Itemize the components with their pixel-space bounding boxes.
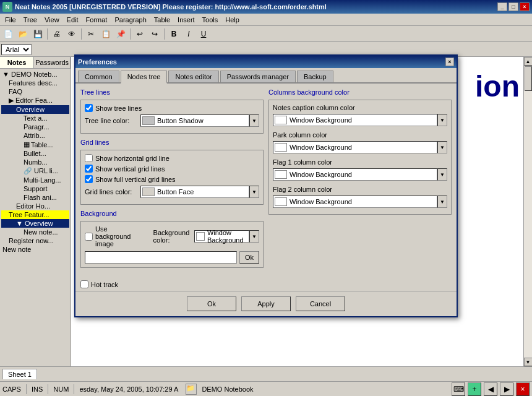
show-vertical-row: Show vertical grid lines <box>85 165 259 173</box>
tree-lines-title: Tree lines <box>80 88 264 96</box>
tree-line-color-label: Tree line color: <box>85 117 140 124</box>
dialog-body: Tree lines Show tree lines Tree line col… <box>75 84 457 278</box>
tab-notes-editor[interactable]: Notes editor <box>168 71 218 82</box>
grid-lines-title: Grid lines <box>80 139 264 146</box>
grid-lines-color-label: Grid lines color: <box>85 188 140 196</box>
park-column-label: Park column color <box>273 131 447 139</box>
tree-line-color-select-wrapper: Button Shadow ▼ <box>140 114 259 127</box>
notes-caption-label: Notes caption column color <box>273 104 447 111</box>
notes-caption-arrow[interactable]: ▼ <box>437 114 447 126</box>
tab-passwords-manager[interactable]: Passwords manager <box>220 71 296 82</box>
tree-line-color-select[interactable]: Button Shadow <box>140 114 249 127</box>
bg-color-value: Window Background <box>207 229 247 244</box>
grid-lines-color-swatch <box>142 187 155 196</box>
dialog-title-text: Preferences <box>78 58 117 66</box>
show-horizontal-row: Show horizontal grid line <box>85 154 259 162</box>
background-title: Background <box>80 210 264 217</box>
hot-track-checkbox[interactable] <box>80 280 88 288</box>
dialog-close-button[interactable]: × <box>445 58 454 66</box>
show-vertical-checkbox[interactable] <box>85 165 93 173</box>
columns-section: Notes caption column color Window Backgr… <box>268 100 452 215</box>
show-tree-lines-label: Show tree lines <box>95 105 142 112</box>
tree-line-color-row: Tree line color: Button Shadow ▼ <box>85 114 259 127</box>
use-bg-image-row: Use background image <box>85 225 136 248</box>
park-column-row: Window Background ▼ <box>273 141 447 153</box>
flag2-column-select[interactable]: Window Background <box>273 196 437 208</box>
park-column-value: Window Background <box>290 144 352 151</box>
tree-line-color-value: Button Shadow <box>157 117 204 124</box>
bg-color-select[interactable]: Window Background <box>194 230 249 243</box>
flag2-column-label: Flag 2 column color <box>273 186 447 193</box>
tree-line-color-arrow[interactable]: ▼ <box>249 114 259 127</box>
grid-lines-section: Show horizontal grid line Show vertical … <box>80 150 264 205</box>
show-horizontal-checkbox[interactable] <box>85 154 93 162</box>
flag1-column-label: Flag 1 column color <box>273 158 447 166</box>
right-column: Columns background color Notes caption c… <box>268 88 452 273</box>
park-column-arrow[interactable]: ▼ <box>437 141 447 153</box>
background-section: Use background image Background color: W… <box>80 221 264 268</box>
notes-caption-select-wrapper: Window Background ▼ <box>273 114 447 126</box>
notes-caption-swatch <box>275 116 287 124</box>
browse-button[interactable]: Ok <box>239 251 259 264</box>
show-full-vertical-row: Show full vertical grid lines <box>85 175 259 183</box>
bg-color-select-wrapper: Window Background ▼ <box>194 230 259 243</box>
use-bg-image-checkbox[interactable] <box>85 233 93 241</box>
flag2-column-arrow[interactable]: ▼ <box>437 196 447 208</box>
flag1-column-select[interactable]: Window Background <box>273 168 437 181</box>
tab-nodes-tree[interactable]: Nodes tree <box>121 71 168 84</box>
park-column-swatch <box>275 143 287 152</box>
park-column-select-wrapper: Window Background ▼ <box>273 141 447 153</box>
show-full-vertical-checkbox[interactable] <box>85 175 93 183</box>
ok-button[interactable]: Ok <box>187 296 236 311</box>
bg-row: Use background image Background color: W… <box>85 225 259 248</box>
dialog-buttons: Ok Apply Cancel <box>75 291 457 316</box>
apply-button[interactable]: Apply <box>241 296 291 311</box>
tab-common[interactable]: Common <box>78 71 119 82</box>
show-vertical-label: Show vertical grid lines <box>95 165 165 173</box>
bg-color-swatch <box>196 232 205 241</box>
flag2-column-swatch <box>275 197 287 206</box>
tree-line-color-swatch <box>142 116 155 125</box>
notes-caption-row: Window Background ▼ <box>273 114 447 126</box>
bg-color-arrow[interactable]: ▼ <box>249 230 259 243</box>
flag1-column-value: Window Background <box>290 171 352 178</box>
flag2-column-value: Window Background <box>290 198 352 205</box>
flag2-column-row: Window Background ▼ <box>273 196 447 208</box>
grid-lines-color-select[interactable]: Button Face <box>140 186 249 198</box>
bg-color-label: Background color: <box>153 229 190 244</box>
show-full-vertical-label: Show full vertical grid lines <box>95 176 176 183</box>
flag1-column-select-wrapper: Window Background ▼ <box>273 168 447 181</box>
flag1-column-arrow[interactable]: ▼ <box>437 168 447 181</box>
tab-backup[interactable]: Backup <box>297 71 333 82</box>
park-column-select[interactable]: Window Background <box>273 141 437 153</box>
dialog-tabs: Common Nodes tree Notes editor Passwords… <box>75 68 457 84</box>
flag1-column-swatch <box>275 170 287 179</box>
columns-title: Columns background color <box>268 88 452 96</box>
use-bg-image-label: Use background image <box>95 225 136 248</box>
show-horizontal-label: Show horizontal grid line <box>95 155 169 162</box>
grid-lines-color-arrow[interactable]: ▼ <box>249 186 259 198</box>
notes-caption-select[interactable]: Window Background <box>273 114 437 126</box>
left-column: Tree lines Show tree lines Tree line col… <box>80 88 264 273</box>
bg-path-row: Ok <box>85 251 259 264</box>
preferences-dialog: Preferences × Common Nodes tree Notes ed… <box>74 54 458 317</box>
show-tree-lines-checkbox[interactable] <box>85 104 93 112</box>
dialog-title-bar: Preferences × <box>75 56 457 68</box>
grid-lines-color-select-wrapper: Button Face ▼ <box>140 186 259 198</box>
notes-caption-value: Window Background <box>290 116 352 124</box>
hot-track-label: Hot track <box>91 281 118 288</box>
bg-path-input[interactable] <box>85 251 237 264</box>
flag1-column-row: Window Background ▼ <box>273 168 447 181</box>
dialog-overlay: Preferences × Common Nodes tree Notes ed… <box>0 0 532 396</box>
show-tree-lines-row: Show tree lines <box>85 104 259 112</box>
cancel-button[interactable]: Cancel <box>296 296 345 311</box>
hot-track-row: Hot track <box>75 278 457 288</box>
flag2-column-select-wrapper: Window Background ▼ <box>273 196 447 208</box>
grid-lines-color-value: Button Face <box>157 188 194 196</box>
tree-lines-section: Show tree lines Tree line color: Button … <box>80 100 264 134</box>
grid-lines-color-row: Grid lines color: Button Face ▼ <box>85 186 259 198</box>
